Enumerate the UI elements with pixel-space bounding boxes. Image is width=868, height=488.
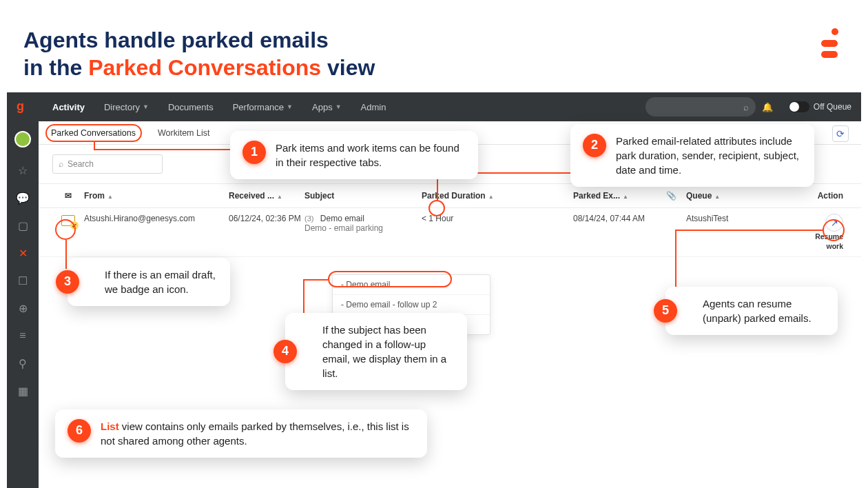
list-item[interactable]: - Demo email - follow up 2 (333, 295, 490, 315)
slide-title-line1: Agents handle parked emails (23, 26, 375, 54)
annotation-number: 3 (56, 270, 79, 294)
chevron-down-icon: ▼ (335, 103, 342, 110)
sort-icon: ▲ (714, 194, 720, 200)
lifebuoy-icon[interactable]: ⊕ (15, 301, 30, 316)
cell-from: Atsushi.Hirano@genesys.com (84, 214, 229, 223)
nav-admin[interactable]: Admin (351, 102, 396, 112)
annotation-text: Park items and work items can be found i… (276, 141, 466, 170)
chevron-down-icon: ▼ (143, 103, 149, 110)
annotation-2: 2 Parked email-related attributes includ… (570, 124, 814, 187)
col-mail-icon: ✉ (52, 191, 84, 201)
connector (65, 240, 67, 269)
nav-documents[interactable]: Documents (158, 102, 223, 112)
sort-icon: ▲ (277, 194, 282, 200)
app-logo-icon: g (17, 99, 24, 114)
annotation-4: 4 If the subject has been changed in a f… (285, 313, 467, 390)
mail-icon: ✉ (65, 191, 72, 201)
refresh-button[interactable]: ⟳ (832, 125, 849, 142)
queue-toggle-label: Off Queue (814, 102, 851, 112)
global-search[interactable]: ⌕ (645, 97, 756, 116)
slide-title-line2: in the Parked Conversations view (23, 54, 375, 81)
annotation-5: 5 Agents can resume (unpark) parked emai… (665, 287, 838, 335)
cell-subject[interactable]: (3) Demo email Demo - email parking (304, 214, 422, 233)
chevron-down-icon: ▼ (287, 103, 293, 110)
connector (94, 142, 95, 149)
brand-logo (818, 28, 840, 61)
list-search[interactable]: ⌕ Search (52, 154, 163, 174)
toggle-track (789, 101, 809, 112)
search-icon: ⌕ (59, 159, 63, 169)
inbox-icon[interactable]: ☐ (15, 273, 30, 288)
highlight-ring (55, 219, 76, 240)
col-received[interactable]: Received ...▲ (229, 191, 304, 201)
slide-title: Agents handle parked emails in the Parke… (23, 26, 375, 81)
annotation-text: Parked email-related attributes include … (616, 134, 802, 177)
refresh-icon: ⟳ (836, 128, 845, 139)
annotation-6: 6 List view contains only emails parked … (55, 409, 427, 458)
col-subject[interactable]: Subject (304, 191, 422, 201)
col-action: Action (810, 191, 861, 201)
highlight-ring (823, 219, 845, 241)
annotation-text: List view contains only emails parked by… (101, 419, 415, 448)
parked-table: ✉ From▲ Received ...▲ Subject Parked Dur… (39, 183, 861, 257)
annotation-text: If there is an email draft, we badge an … (105, 267, 218, 296)
avatar[interactable] (14, 131, 31, 148)
people-icon[interactable]: ⚲ (15, 356, 30, 371)
annotation-number: 6 (68, 419, 91, 443)
svg-point-0 (831, 28, 838, 35)
col-attachment: 📎 (656, 191, 686, 201)
nav-directory[interactable]: Directory▼ (94, 102, 158, 112)
svg-rect-1 (821, 40, 838, 47)
highlight-ring (428, 200, 445, 216)
chat-icon[interactable]: 💬 (15, 190, 30, 205)
svg-rect-2 (821, 51, 838, 58)
annotation-1: 1 Park items and work items can be found… (230, 131, 478, 179)
col-queue[interactable]: Queue▲ (686, 191, 810, 201)
sort-icon: ▲ (107, 194, 113, 200)
annotation-number: 4 (273, 340, 297, 363)
annotation-3: 3 If there is an email draft, we badge a… (68, 258, 230, 306)
connector (303, 279, 328, 281)
left-rail: ☆ 💬 ▢ ✕ ☐ ⊕ ≡ ⚲ ▦ (7, 121, 39, 488)
col-from[interactable]: From▲ (84, 191, 229, 201)
cell-expires: 08/14/24, 07:44 AM (573, 214, 656, 223)
search-icon: ⌕ (743, 102, 749, 112)
star-icon[interactable]: ☆ (15, 163, 30, 178)
nav-apps[interactable]: Apps▼ (302, 102, 351, 112)
annotation-number: 2 (583, 134, 606, 157)
notifications-icon[interactable]: 🔔 (756, 102, 779, 112)
sort-icon: ▲ (488, 194, 494, 200)
nav-performance[interactable]: Performance▼ (223, 102, 302, 112)
search-placeholder: Search (68, 159, 94, 169)
annotation-number: 5 (654, 299, 677, 323)
queue-toggle[interactable]: Off Queue (779, 101, 861, 112)
table-header: ✉ From▲ Received ...▲ Subject Parked Dur… (39, 183, 861, 208)
nav-activity[interactable]: Activity (43, 102, 94, 112)
cell-received: 06/12/24, 02:36 PM (229, 214, 304, 223)
subject-count: (3) (304, 214, 313, 223)
connector (675, 230, 823, 231)
cell-duration: < 1 Hour (422, 214, 573, 223)
tab-workitem-list[interactable]: Workitem List (155, 128, 212, 138)
annotation-number: 1 (242, 141, 266, 164)
phone-off-icon[interactable]: ✕ (15, 245, 30, 261)
annotation-text: Agents can resume (unpark) parked emails… (703, 296, 825, 325)
sort-icon: ▲ (623, 194, 628, 200)
annotation-text: If the subject has been changed in a fol… (322, 323, 455, 380)
topbar: g Activity Directory▼ Documents Performa… (7, 92, 861, 121)
col-duration[interactable]: Parked Duration▲ (422, 191, 573, 201)
connector (94, 149, 245, 150)
highlight-ring (45, 124, 142, 142)
list-icon[interactable]: ≡ (15, 328, 30, 343)
col-expires[interactable]: Parked Ex...▲ (573, 191, 656, 201)
toggle-knob (789, 102, 799, 112)
video-icon[interactable]: ▢ (15, 218, 30, 233)
highlight-ring (328, 271, 452, 287)
cell-queue: AtsushiTest (686, 214, 810, 223)
apps-grid-icon[interactable]: ▦ (15, 383, 30, 398)
table-row[interactable]: Atsushi.Hirano@genesys.com 06/12/24, 02:… (39, 208, 861, 257)
paperclip-icon: 📎 (666, 191, 676, 201)
